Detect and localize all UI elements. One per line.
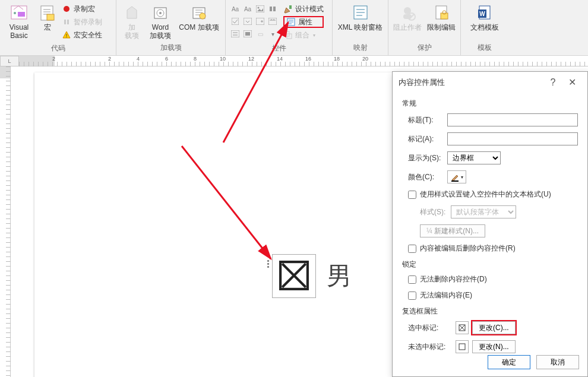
select-showas[interactable]: 边界框 xyxy=(447,151,501,164)
checkbox-content-control[interactable]: 男 xyxy=(272,254,352,298)
group-dropdown-icon: ▾ xyxy=(313,33,315,38)
section-checkbox: 复选框属性 xyxy=(402,306,578,316)
label-no-edit: 无法编辑内容(E) xyxy=(420,290,472,300)
com-addin-icon xyxy=(189,3,208,22)
cc-handle-icon[interactable] xyxy=(265,256,271,271)
macros-icon xyxy=(38,3,57,22)
ribbon-group-addins: 加 载项 Word 加载项 COM 加载项 加载项 xyxy=(116,0,226,55)
label-showas: 显示为(S): xyxy=(408,153,447,163)
pause-label: 暂停录制 xyxy=(74,17,102,27)
ribbon: Visual Basic 宏 录制宏 暂停录制 ! 宏安全性 xyxy=(0,0,588,56)
vertical-ruler[interactable] xyxy=(0,66,11,377)
svg-rect-25 xyxy=(289,5,292,9)
label-style: 样式(S): xyxy=(420,207,451,217)
control-buildingblock[interactable] xyxy=(267,3,279,15)
content-control-properties-dialog: 内容控件属性 ? ✕ 常规 标题(T): 标记(A): 显示为(S): 边界框 … xyxy=(392,71,588,377)
change-unchecked-button[interactable]: 更改(N)... xyxy=(472,340,516,353)
addin-label: 加 载项 xyxy=(125,23,139,40)
xml-pane-label: XML 映射窗格 xyxy=(338,23,383,31)
xml-pane-button[interactable]: XML 映射窗格 xyxy=(335,2,385,31)
svg-point-1 xyxy=(14,12,16,14)
svg-point-5 xyxy=(64,6,69,12)
properties-button[interactable]: 属性 xyxy=(283,16,324,28)
checked-symbol-icon xyxy=(279,260,309,293)
restrict-icon xyxy=(432,3,451,22)
addin-button: 加 载项 xyxy=(119,2,145,40)
ribbon-group-controls: Aa Aa ▭ ▾ 设计模式 属性 xyxy=(226,0,333,55)
mapping-group-label: 映射 xyxy=(335,42,385,55)
new-style-button: ¼ 新建样式(N)... xyxy=(420,224,485,237)
macros-button[interactable]: 宏 xyxy=(36,2,59,31)
control-combobox[interactable] xyxy=(242,15,254,27)
cc-checkbox-box[interactable] xyxy=(272,254,316,298)
section-general: 常规 xyxy=(402,99,578,109)
svg-point-11 xyxy=(159,12,162,14)
svg-text:W: W xyxy=(479,11,485,17)
checkbox-no-delete[interactable] xyxy=(408,275,416,284)
svg-rect-24 xyxy=(245,32,250,36)
record-macro-button[interactable]: 录制宏 xyxy=(62,3,102,15)
svg-rect-4 xyxy=(47,14,54,20)
design-mode-icon xyxy=(283,4,293,14)
input-tag[interactable] xyxy=(447,132,578,145)
dialog-title: 内容控件属性 xyxy=(399,77,543,88)
label-no-delete: 无法删除内容控件(D) xyxy=(420,274,487,284)
dialog-titlebar[interactable]: 内容控件属性 ? ✕ xyxy=(393,72,587,93)
control-picture[interactable] xyxy=(254,3,266,15)
color-picker[interactable]: ▾ xyxy=(447,170,466,183)
change-checked-button[interactable]: 更改(C)... xyxy=(472,321,516,334)
checkbox-use-style[interactable] xyxy=(408,191,416,199)
properties-label: 属性 xyxy=(298,17,312,27)
record-icon xyxy=(62,4,71,14)
svg-rect-45 xyxy=(459,344,465,350)
group-icon xyxy=(283,30,293,40)
control-richtext[interactable]: Aa xyxy=(229,3,241,15)
svg-rect-43 xyxy=(451,180,459,182)
control-checkbox[interactable] xyxy=(229,15,241,27)
visual-basic-button[interactable]: Visual Basic xyxy=(2,2,36,40)
doc-template-button[interactable]: W 文档模板 xyxy=(463,2,506,31)
cancel-button[interactable]: 取消 xyxy=(536,355,579,369)
block-icon xyxy=(398,3,417,22)
label-checked-symbol: 选中标记: xyxy=(408,323,452,333)
ok-button[interactable]: 确定 xyxy=(488,355,530,369)
svg-rect-2 xyxy=(18,12,25,17)
svg-point-15 xyxy=(258,7,260,9)
word-addin-label: Word 加载项 xyxy=(150,23,171,40)
macro-security-button[interactable]: ! 宏安全性 xyxy=(62,29,102,41)
design-mode-button[interactable]: 设计模式 xyxy=(283,3,324,15)
record-label: 录制宏 xyxy=(74,4,95,14)
input-title[interactable] xyxy=(447,113,578,126)
com-addin-label: COM 加载项 xyxy=(179,23,219,31)
select-style: 默认段落字体 xyxy=(451,205,516,218)
restrict-label: 限制编辑 xyxy=(427,23,456,31)
properties-icon xyxy=(286,17,296,27)
checkbox-no-edit[interactable] xyxy=(408,292,416,300)
checkbox-remove-on-edit[interactable] xyxy=(408,245,416,253)
ribbon-group-code: Visual Basic 宏 录制宏 暂停录制 ! 宏安全性 xyxy=(0,0,116,55)
control-datepicker[interactable] xyxy=(267,15,279,27)
horizontal-ruler[interactable]: 2 2 4 6 8 10 12 14 16 18 20 xyxy=(19,56,588,66)
xml-icon xyxy=(351,3,370,22)
svg-rect-16 xyxy=(270,7,272,11)
label-use-style: 使用样式设置键入空控件中的文本格式(U) xyxy=(420,189,551,199)
control-repeating[interactable] xyxy=(229,28,241,40)
security-label: 宏安全性 xyxy=(74,30,102,40)
control-disabled-1: ▭ xyxy=(254,28,266,40)
com-addin-button[interactable]: COM 加载项 xyxy=(176,2,222,31)
word-addin-button[interactable]: Word 加载项 xyxy=(145,2,176,40)
dialog-help-button[interactable]: ? xyxy=(543,77,562,88)
restrict-edit-button[interactable]: 限制编辑 xyxy=(425,2,459,31)
control-more[interactable]: ▾ xyxy=(267,28,279,40)
control-dropdown[interactable] xyxy=(254,15,266,27)
unchecked-symbol-preview xyxy=(456,340,469,353)
control-plaintext[interactable]: Aa xyxy=(242,3,254,15)
control-legacy[interactable] xyxy=(242,28,254,40)
code-group-label: 代码 xyxy=(2,42,113,56)
cc-label-text: 男 xyxy=(327,259,352,293)
dialog-close-button[interactable]: ✕ xyxy=(562,77,581,88)
pen-icon xyxy=(450,172,460,182)
label-remove-on-edit: 内容被编辑后删除内容控件(R) xyxy=(420,243,516,254)
svg-rect-21 xyxy=(268,18,277,25)
svg-point-13 xyxy=(200,13,206,19)
